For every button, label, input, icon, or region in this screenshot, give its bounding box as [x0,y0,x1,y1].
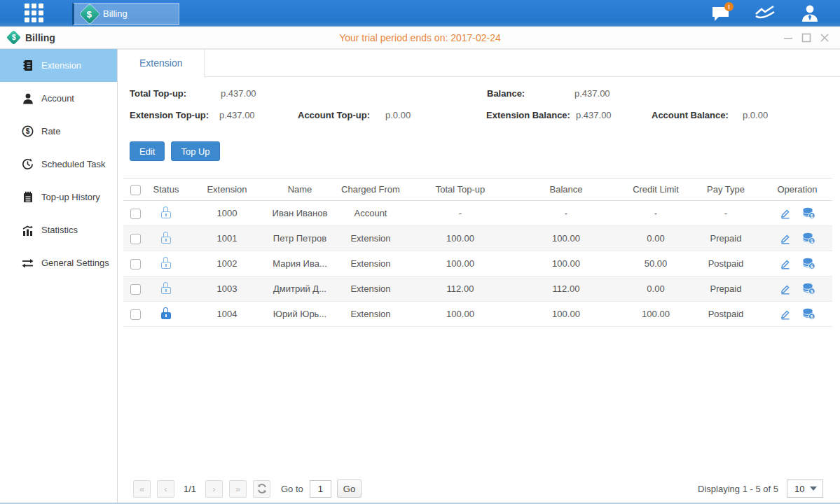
sidebar-item-label: Rate [41,126,60,136]
edit-row-icon[interactable] [780,284,791,295]
lock-status-icon[interactable] [161,211,171,218]
sidebar-item-scheduled-task[interactable]: Scheduled Task [0,148,117,181]
taskbar-billing-tab[interactable]: $ Billing [72,3,179,25]
topup-row-icon[interactable]: $ [802,207,815,219]
go-button[interactable]: Go [337,479,362,498]
row-checkbox[interactable] [130,259,141,270]
sidebar-item-label: Top-up History [41,192,100,202]
sidebar-item-extension[interactable]: Extension [0,49,117,82]
account-balance-value: p.0.00 [743,110,768,120]
close-icon[interactable] [819,32,830,43]
account-topup-label: Account Top-up: [298,110,370,120]
edit-row-icon[interactable] [780,258,791,270]
svg-text:$: $ [810,239,813,244]
sidebar-item-label: Statistics [41,225,78,235]
topup-row-icon[interactable]: $ [802,283,815,295]
topup-row-icon[interactable]: $ [802,258,815,270]
main-content: Extension Total Top-up: p.437.00 Balance… [118,49,840,504]
edit-row-icon[interactable] [780,208,791,219]
displaying-text: Displaying 1 - 5 of 5 [698,484,778,494]
cell-name: Дмитрий Д... [269,276,331,302]
sidebar-item-label: Extension [41,60,81,71]
sidebar-item-label: Account [41,93,74,104]
extension-table: Status Extension Name Charged From Total… [123,178,832,327]
tab-extension[interactable]: Extension [118,49,205,77]
tab-label: Extension [139,57,182,69]
cell-total-topup: 100.00 [411,302,510,327]
topup-history-icon [22,191,34,203]
prev-page-button[interactable]: ‹ [157,480,174,498]
pager-right-group: Displaying 1 - 5 of 5 10 [698,479,823,498]
select-all-checkbox[interactable] [130,185,141,195]
edit-row-icon[interactable] [780,309,791,320]
table-row: 1004Юрий Юрь...Extension100.00100.00100.… [123,302,832,327]
app-grid-icon[interactable] [22,3,46,24]
balance-label: Balance: [487,88,525,99]
cell-extension: 1001 [185,226,269,251]
cell-name: Петр Петров [269,226,331,251]
sidebar-item-general-settings[interactable]: General Settings [0,246,117,279]
row-checkbox[interactable] [130,309,141,320]
table-body: 1000Иван ИвановAccount----$1001Петр Петр… [123,201,832,327]
lock-status-icon[interactable] [161,312,171,319]
goto-page-input[interactable] [310,480,331,498]
person-glyph [801,4,819,22]
cell-balance: - [510,201,622,226]
cell-pay-type: Postpaid [689,251,762,276]
topup-button[interactable]: Top Up [171,141,219,161]
cell-charged-from: Extension [331,276,411,302]
last-page-button[interactable]: » [229,480,247,498]
refresh-button[interactable] [253,480,270,498]
taskbar-tab-label: Billing [103,8,128,19]
lock-status-icon[interactable] [161,237,171,244]
trial-notice: Your trial period ends on: 2017-02-24 [0,32,840,43]
user-account-icon[interactable] [799,4,820,23]
sidebar-item-account[interactable]: Account [0,82,117,115]
row-checkbox[interactable] [130,209,141,219]
window-controls [783,27,830,49]
row-checkbox[interactable] [130,234,141,244]
cell-name: Мария Ива... [269,251,331,276]
app-grid-glyph [25,4,43,22]
sidebar-item-rate[interactable]: $ Rate [0,115,117,148]
table-row: 1002Мария Ива...Extension100.00100.0050.… [123,251,832,276]
edit-row-icon[interactable] [780,233,791,244]
cell-balance: 100.00 [510,226,622,251]
lock-status-icon[interactable] [161,262,171,269]
extension-icon [22,59,34,71]
cell-extension: 1000 [185,201,269,226]
cell-credit-limit: - [622,201,689,226]
messages-icon[interactable]: ! [710,4,731,23]
sidebar-item-statistics[interactable]: Statistics [0,214,117,246]
total-topup-label: Total Top-up: [130,88,186,99]
total-topup-value: p.437.00 [221,88,256,99]
table-row: 1001Петр ПетровExtension100.00100.000.00… [123,226,832,251]
minimize-icon[interactable] [783,32,794,43]
col-operation: Operation [762,178,832,201]
lock-status-icon[interactable] [161,287,171,294]
sidebar-item-label: General Settings [41,258,109,268]
billing-diamond-icon: $ [80,4,99,23]
col-status: Status [147,178,185,201]
chevron-down-icon [810,486,817,491]
cell-total-topup: 100.00 [411,251,510,276]
cell-balance: 100.00 [510,251,622,276]
statistics-chart-icon[interactable] [755,4,776,23]
topup-row-icon[interactable]: $ [802,232,815,244]
cell-charged-from: Extension [331,226,411,251]
next-page-button[interactable]: › [205,480,223,498]
first-page-button[interactable]: « [133,480,151,498]
cell-pay-type: - [689,201,762,226]
sidebar-item-topup-history[interactable]: Top-up History [0,181,117,214]
page-size-select[interactable]: 10 [787,479,823,498]
taskbar: $ Billing ! [0,0,840,27]
topup-row-icon[interactable]: $ [802,308,815,320]
cell-balance: 100.00 [510,302,622,327]
notification-badge: ! [724,2,734,11]
maximize-icon[interactable] [801,32,812,43]
cell-name: Иван Иванов [269,201,331,226]
row-checkbox[interactable] [130,284,141,295]
extension-topup-label: Extension Top-up: [130,110,209,120]
edit-button[interactable]: Edit [130,141,165,161]
extension-balance-label: Extension Balance: [486,110,570,120]
